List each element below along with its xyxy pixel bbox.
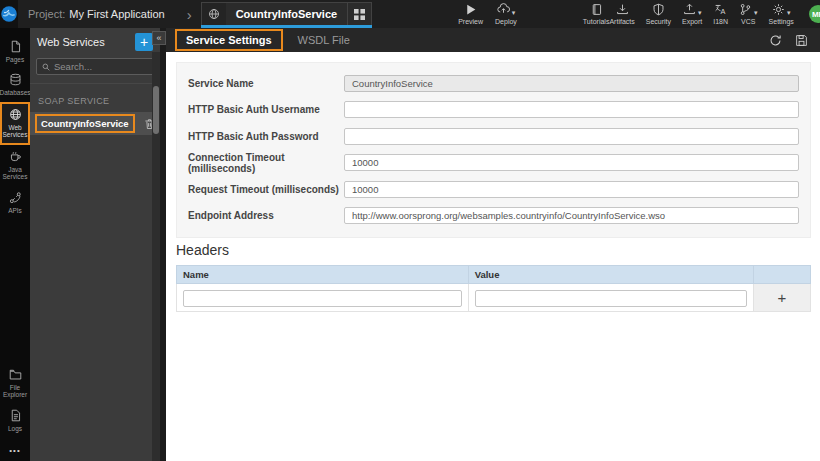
app-logo[interactable] — [0, 0, 18, 28]
i18n-button[interactable]: A I18N — [713, 0, 728, 28]
settings-caret-icon: ▾ — [787, 9, 791, 16]
headers-table-header-row: Name Value — [177, 266, 811, 284]
service-name-label: Service Name — [188, 78, 344, 89]
cloud-upload-icon — [497, 3, 510, 16]
sidebar-item-apis[interactable]: APIs — [0, 186, 30, 219]
apis-icon — [9, 191, 22, 204]
tutorials-button[interactable]: Tutorials — [583, 0, 610, 28]
column-header-value: Value — [468, 266, 753, 284]
tabbar-actions — [769, 34, 820, 47]
breadcrumb-chevron-icon: › — [187, 6, 192, 23]
sidebar-item-web-services[interactable]: Web Services — [0, 102, 30, 145]
panel-title: Web Services — [37, 36, 135, 48]
branch-icon — [739, 3, 752, 16]
list-item-countryinfoservice[interactable]: CountryInfoService — [30, 112, 160, 135]
deploy-label: Deploy — [495, 18, 517, 25]
headers-title: Headers — [176, 242, 811, 258]
vcs-caret-icon: ▾ — [754, 9, 758, 16]
service-tab-label: CountryInfoService — [226, 3, 347, 25]
coffee-icon — [9, 150, 22, 163]
app-header: Project:My First Application › CountryIn… — [0, 0, 820, 28]
web-services-panel: Web Services + SOAP SERVICE CountryInfoS… — [30, 28, 160, 461]
project-name: My First Application — [69, 8, 164, 20]
play-icon — [464, 3, 477, 16]
form-row-endpoint-address: Endpoint Address — [188, 203, 799, 230]
search-icon — [42, 63, 50, 71]
sidebar-item-label: Java Services — [1, 166, 29, 181]
form-row-username: HTTP Basic Auth Username — [188, 97, 799, 124]
vcs-button[interactable]: ▾ VCS — [739, 0, 758, 28]
save-button[interactable] — [795, 34, 808, 47]
add-header-button[interactable]: + — [753, 284, 810, 312]
headers-table: Name Value + — [176, 265, 811, 312]
service-settings-form: Service Name HTTP Basic Auth Username HT… — [176, 62, 811, 238]
grid-icon[interactable] — [347, 3, 371, 25]
tab-wsdl-file[interactable]: WSDL File — [289, 31, 359, 49]
svg-text:A: A — [721, 7, 726, 16]
sidebar-more-button[interactable]: ••• — [9, 437, 20, 461]
refresh-icon — [769, 34, 782, 47]
export-button[interactable]: ▾ Export — [682, 0, 702, 28]
settings-button[interactable]: ▾ Settings — [769, 0, 794, 28]
preview-label: Preview — [458, 18, 483, 25]
endpoint-address-label: Endpoint Address — [188, 210, 344, 221]
sidebar-item-java-services[interactable]: Java Services — [0, 145, 30, 186]
sidebar-item-label: APIs — [8, 207, 22, 214]
security-label: Security — [646, 18, 671, 25]
left-sidebar: Pages Databases Web Services Java Servic… — [0, 28, 30, 461]
http-basic-auth-username-input[interactable] — [344, 101, 799, 118]
form-row-connection-timeout: Connection Timeout (milliseconds) — [188, 150, 799, 177]
collapse-panel-button[interactable]: « — [152, 31, 166, 45]
headers-section: Headers Name Value + — [176, 242, 811, 312]
panel-scrollbar-track — [152, 52, 160, 461]
column-header-add — [753, 266, 810, 284]
endpoint-address-input[interactable] — [344, 207, 799, 224]
security-button[interactable]: Security — [646, 0, 671, 28]
request-timeout-label: Request Timeout (milliseconds) — [188, 184, 344, 195]
globe-icon — [202, 3, 226, 25]
connection-timeout-input[interactable] — [344, 154, 799, 171]
sidebar-item-label: Logs — [8, 425, 22, 432]
service-name-label: CountryInfoService — [35, 114, 135, 133]
add-web-service-button[interactable]: + — [135, 33, 153, 51]
tab-service-settings[interactable]: Service Settings — [175, 29, 283, 51]
export-label: Export — [682, 18, 702, 25]
panel-header: Web Services + — [30, 28, 160, 55]
globe-icon — [9, 108, 22, 121]
header-right-toolbar: Artifacts Security ▾ Export — [609, 0, 820, 28]
deploy-button[interactable]: ▾ Deploy — [495, 0, 517, 28]
username-label: HTTP Basic Auth Username — [188, 104, 344, 115]
section-label-soap-service: SOAP SERVICE — [30, 83, 160, 112]
sidebar-item-databases[interactable]: Databases — [0, 68, 30, 101]
settings-label: Settings — [769, 18, 794, 25]
user-avatar[interactable]: MP — [809, 5, 820, 23]
artifacts-button[interactable]: Artifacts — [609, 0, 634, 28]
http-basic-auth-password-input[interactable] — [344, 128, 799, 145]
folder-icon — [9, 368, 22, 381]
service-tab-countryinfoservice[interactable]: CountryInfoService — [201, 2, 372, 26]
translate-icon: A — [714, 3, 727, 16]
sidebar-item-label: Pages — [6, 56, 24, 63]
sidebar-item-file-explorer[interactable]: File Explorer — [0, 363, 30, 404]
deploy-caret-icon: ▾ — [512, 9, 516, 16]
i18n-label: I18N — [713, 18, 728, 25]
tutorials-label: Tutorials — [583, 18, 610, 25]
preview-button[interactable]: Preview — [458, 0, 483, 28]
header-name-input[interactable] — [183, 290, 462, 307]
connection-timeout-label: Connection Timeout (milliseconds) — [188, 152, 344, 174]
service-name-input — [344, 75, 799, 92]
search-input[interactable] — [54, 61, 148, 72]
refresh-button[interactable] — [769, 34, 782, 47]
panel-scrollbar[interactable] — [153, 86, 159, 134]
sidebar-item-logs[interactable]: Logs — [0, 404, 30, 437]
form-row-password: HTTP Basic Auth Password — [188, 123, 799, 150]
request-timeout-input[interactable] — [344, 181, 799, 198]
form-row-service-name: Service Name — [188, 70, 799, 97]
sidebar-item-pages[interactable]: Pages — [0, 35, 30, 68]
header-value-input[interactable] — [475, 290, 747, 307]
column-header-name: Name — [177, 266, 469, 284]
book-icon — [590, 3, 603, 16]
sidebar-item-label: File Explorer — [1, 384, 29, 399]
main-content: Service Name HTTP Basic Auth Username HT… — [166, 52, 820, 461]
gear-icon — [772, 3, 785, 16]
